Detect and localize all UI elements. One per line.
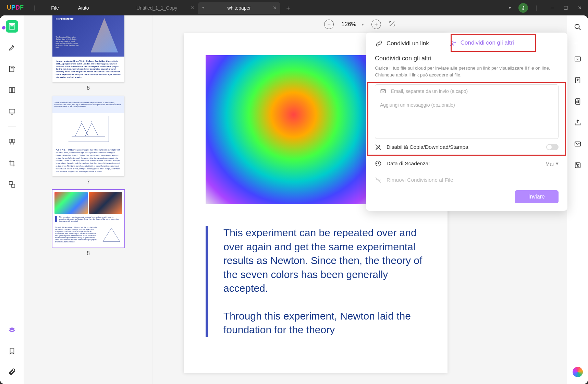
lab-indicator [2,26,5,29]
search-icon[interactable] [572,22,583,33]
svg-rect-19 [576,163,579,165]
svg-rect-16 [577,101,579,103]
zoom-toolbar: − 126% ▾ + [153,15,567,33]
titlebar: UPDF | File Aiuto Untitled_1_1_Copy ✕ ▾ … [0,0,588,15]
email-icon[interactable] [572,139,583,149]
svg-point-20 [577,166,578,167]
mail-icon [380,88,386,94]
svg-rect-15 [575,99,580,105]
expiry-option: Data di Scadenza: Mai ▾ [375,155,559,172]
thumbnail-panel: EXPERIMENT The founder of kinematics, Ga… [24,15,153,384]
thumb-title: EXPERIMENT [56,17,74,21]
page-number: 7 [41,179,135,185]
organize-icon[interactable] [6,136,18,148]
svg-text:A: A [91,121,92,122]
present-icon[interactable] [6,105,18,118]
thumbnail-page-8[interactable]: This experiment can be repeated over and… [52,190,124,248]
tab-untitled[interactable]: Untitled_1_1_Copy ✕ [116,2,198,14]
menu-file[interactable]: File [51,5,59,11]
right-toolbar: OCR [567,15,588,384]
maximize-button[interactable]: ☐ [564,5,568,11]
crop-icon[interactable] [6,157,18,169]
minimize-button[interactable]: ─ [551,5,554,11]
remove-share-option: Rimuovi Condivisione al File [375,172,559,188]
save-icon[interactable] [572,160,583,171]
svg-rect-2 [12,25,14,26]
share-heading: Condividi con gli altri [375,55,559,62]
close-icon[interactable]: ✕ [273,5,277,11]
export-icon[interactable] [572,117,583,128]
unlink-icon [375,177,382,183]
note-icon[interactable] [6,63,18,75]
attachment-icon[interactable] [6,365,18,378]
disable-copy-toggle[interactable] [546,144,559,150]
history-icon [375,160,382,167]
menu-help[interactable]: Aiuto [78,5,89,11]
zoom-out-button[interactable]: − [324,20,334,29]
chevron-down-icon: ▾ [556,160,559,167]
close-button[interactable]: ✕ [578,5,582,11]
highlighter-icon[interactable] [6,41,18,54]
paragraph-1: This experiment can be repeated over and… [223,226,426,296]
zoom-dropdown[interactable]: ▾ [362,22,364,27]
left-toolbar [0,15,24,384]
replace-icon[interactable] [6,178,18,191]
zoom-in-button[interactable]: + [371,20,381,29]
layers-icon[interactable] [6,324,18,337]
thumbnails-button[interactable] [6,20,18,33]
send-button[interactable]: Inviare [515,190,559,203]
ocr-icon[interactable]: OCR [572,53,583,64]
svg-text:A: A [81,121,82,122]
tab-whitepaper[interactable]: ▾ whitepaper ✕ [198,2,280,14]
zoom-value: 126% [341,21,356,28]
restrict-icon [375,144,382,151]
disable-copy-option: Disabilità Copia/Download/Stampa [375,139,559,155]
tab-title: whitepaper [227,5,251,11]
people-icon [450,40,456,47]
svg-rect-6 [12,139,14,142]
user-avatar[interactable]: J [518,3,528,13]
svg-point-21 [451,41,453,44]
email-input[interactable] [391,88,553,94]
chevron-down-icon[interactable]: ▾ [509,5,511,10]
ai-assistant-icon[interactable] [573,367,583,377]
tab-title: Untitled_1_1_Copy [136,5,177,11]
add-tab-button[interactable]: ＋ [285,4,291,12]
protect-icon[interactable] [572,96,583,107]
book-icon[interactable] [6,84,18,96]
thumbnail-page-7[interactable]: These studies laid the foundation for th… [52,96,124,177]
share-description: Carica il tuo file sul cloud per inviare… [375,65,559,78]
pin-icon[interactable]: ▾ [202,5,204,10]
close-icon[interactable]: ✕ [191,5,195,11]
bookmark-icon[interactable] [6,345,18,357]
fit-icon[interactable] [389,20,395,28]
thumbnail-page-6[interactable]: EXPERIMENT The founder of kinematics, Ga… [52,15,124,82]
page-number: 8 [41,250,135,256]
expiry-dropdown[interactable]: Mai ▾ [546,160,559,167]
link-icon [376,40,382,47]
paragraph-2: Through this experiment, Newton laid the… [223,309,426,337]
svg-rect-4 [9,109,15,113]
svg-point-11 [575,24,579,29]
share-link-tab[interactable]: Condividi un link [372,38,432,49]
svg-text:OCR: OCR [576,58,581,61]
convert-icon[interactable] [572,75,583,86]
svg-rect-1 [10,25,12,26]
page-number: 6 [41,85,135,91]
share-others-tab[interactable]: Condividi con gli altri [446,37,517,49]
share-panel: Condividi un link Condividi con gli altr… [366,33,567,211]
svg-rect-5 [9,139,11,142]
message-input[interactable] [380,102,553,133]
app-logo: UPDF [7,4,24,11]
